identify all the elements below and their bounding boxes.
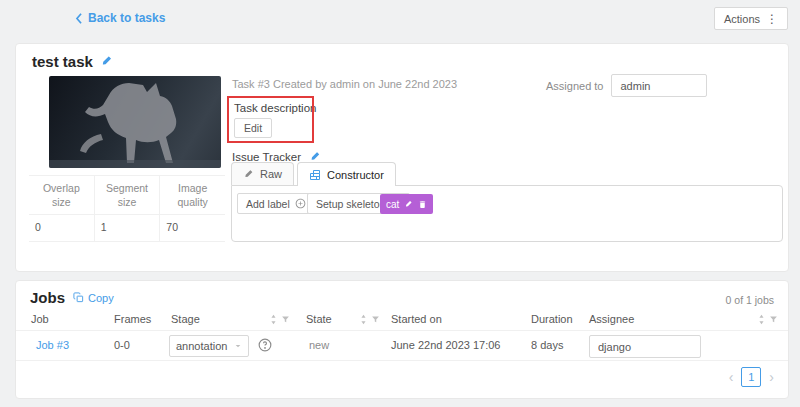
cat-silhouette (49, 76, 221, 168)
label-chip-text: cat (386, 199, 399, 210)
next-page-icon[interactable]: › (769, 370, 774, 384)
edit-description-button[interactable]: Edit (234, 118, 272, 138)
prev-page-icon[interactable]: ‹ (729, 370, 734, 384)
jobs-count: 0 of 1 jobs (726, 294, 774, 306)
add-label-text: Add label (246, 198, 290, 210)
task-assignee-input[interactable] (611, 74, 707, 97)
job-frames: 0-0 (114, 339, 130, 351)
task-preview-image (49, 76, 221, 168)
page-number-button[interactable]: 1 (741, 367, 761, 387)
setup-skeleton-text: Setup skeleton (316, 198, 385, 210)
job-assignee-input[interactable] (589, 335, 701, 358)
task-params-table: Overlap size Segment size Image quality … (29, 175, 225, 242)
jobs-card: Jobs Copy 0 of 1 jobs Job Frames Stage S… (15, 280, 789, 399)
param-value-overlap: 0 (29, 215, 95, 241)
col-stage: Stage (171, 313, 200, 325)
param-header-segment: Segment size (95, 176, 161, 215)
param-header-quality: Image quality (160, 176, 225, 215)
jobs-table-header: Job Frames Stage State Started on Durati… (16, 309, 788, 331)
task-meta-text: Task #3 Created by admin on June 22nd 20… (232, 78, 457, 90)
filter-assignee-icon[interactable] (769, 315, 778, 324)
edit-title-pencil-icon[interactable] (100, 55, 113, 68)
col-duration: Duration (531, 313, 573, 325)
stage-help-icon[interactable] (258, 338, 272, 352)
col-started-on: Started on (391, 313, 442, 325)
sort-stage-icon[interactable] (270, 314, 277, 325)
labels-constructor-panel: Add label Setup skeleton cat (231, 185, 783, 242)
job-link[interactable]: Job #3 (36, 339, 69, 351)
more-vertical-icon: ⋮ (766, 12, 778, 26)
tab-raw-label: Raw (260, 168, 282, 180)
copy-label: Copy (88, 292, 114, 304)
copy-icon (73, 292, 84, 303)
col-job: Job (31, 313, 49, 325)
job-duration: 8 days (531, 339, 563, 351)
back-to-tasks-label: Back to tasks (88, 11, 165, 25)
col-frames: Frames (114, 313, 151, 325)
job-started-on: June 22nd 2023 17:06 (391, 339, 501, 351)
sort-state-icon[interactable] (360, 314, 367, 325)
label-chip-cat[interactable]: cat (380, 194, 433, 214)
sort-assignee-icon[interactable] (758, 314, 765, 325)
task-title: test task (32, 53, 93, 70)
back-to-tasks-link[interactable]: Back to tasks (75, 11, 165, 25)
filter-state-icon[interactable] (371, 315, 380, 324)
assigned-to-label: Assigned to (546, 80, 603, 92)
edit-label-pencil-icon[interactable] (404, 200, 413, 209)
pencil-icon (243, 169, 254, 180)
col-state: State (306, 313, 332, 325)
stage-select-value: annotation (176, 340, 227, 352)
job-state: new (309, 339, 329, 351)
tab-constructor-label: Constructor (327, 169, 384, 181)
actions-label: Actions (724, 13, 760, 25)
task-details-card: test task Overlap size Segment size Imag… (15, 43, 789, 272)
actions-button[interactable]: Actions ⋮ (714, 7, 788, 30)
chevron-down-icon (234, 342, 242, 350)
param-value-segment: 1 (95, 215, 161, 241)
col-assignee: Assignee (589, 313, 634, 325)
job-row: Job #3 0-0 annotation new June 22nd 2023… (16, 331, 788, 361)
delete-label-trash-icon[interactable] (418, 200, 427, 209)
filter-stage-icon[interactable] (281, 315, 290, 324)
add-label-button[interactable]: Add label (237, 193, 315, 214)
jobs-title: Jobs (30, 289, 65, 306)
chevron-left-icon (75, 13, 83, 24)
copy-jobs-link[interactable]: Copy (73, 292, 114, 304)
build-icon (309, 169, 321, 181)
tab-constructor[interactable]: Constructor (297, 162, 396, 186)
stage-select[interactable]: annotation (169, 335, 249, 357)
jobs-pagination: ‹ 1 › (729, 367, 774, 387)
task-description-label: Task description (234, 102, 316, 114)
plus-circle-icon (295, 198, 306, 209)
tab-raw[interactable]: Raw (231, 162, 294, 185)
param-value-quality: 70 (160, 215, 225, 241)
param-header-overlap: Overlap size (29, 176, 95, 215)
